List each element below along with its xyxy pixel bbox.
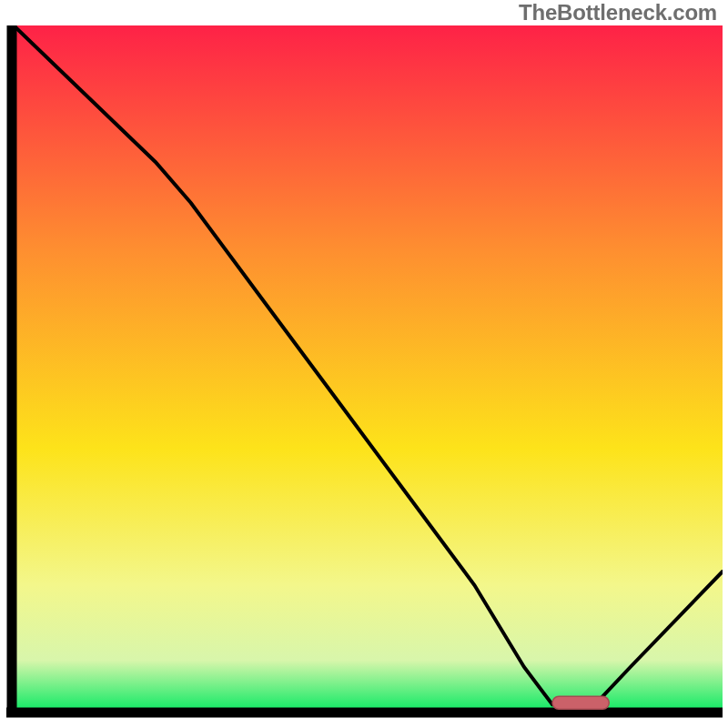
chart-container: TheBottleneck.com	[0, 0, 728, 728]
watermark-text: TheBottleneck.com	[519, 0, 717, 25]
bottleneck-chart	[5, 25, 723, 720]
optimum-marker	[552, 696, 609, 709]
